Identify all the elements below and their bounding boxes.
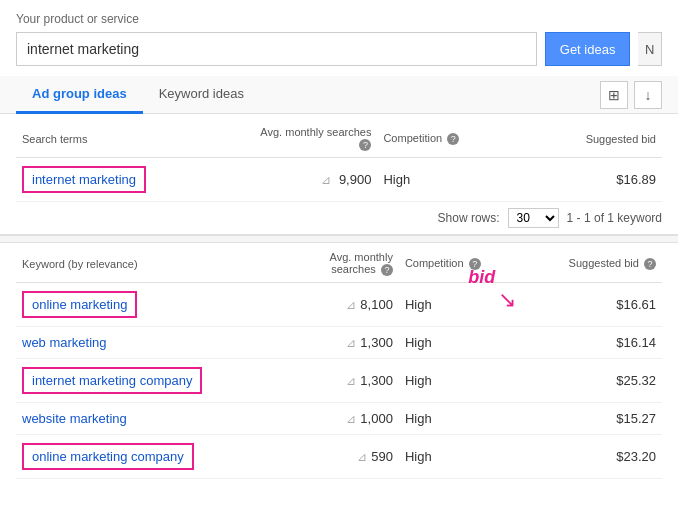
top-section: Your product or service Get ideas N <box>0 0 678 76</box>
showrows-label: Show rows: <box>438 211 500 225</box>
more-button[interactable]: N <box>638 32 662 66</box>
search-term-keyword-cell: internet marketing <box>16 158 244 202</box>
chart-icon-button[interactable]: ⊞ <box>600 81 628 109</box>
tab-ad-group-ideas[interactable]: Ad group ideas <box>16 76 143 114</box>
tabs-left: Ad group ideas Keyword ideas <box>16 76 260 113</box>
search-term-competition: High <box>377 158 524 202</box>
keyword-idea-keyword[interactable]: internet marketing company <box>22 367 202 394</box>
col-keyword-relevance: Keyword (by relevance) <box>16 243 286 283</box>
search-row: Get ideas N <box>16 32 662 66</box>
keyword-idea-cell: website marketing <box>16 403 286 435</box>
keyword-idea-monthly: ⊿1,300 <box>286 327 398 359</box>
col-competition-2: Competition ? <box>399 243 522 283</box>
tab-keyword-ideas[interactable]: Keyword ideas <box>143 76 260 114</box>
keyword-idea-competition: High <box>399 435 522 479</box>
keyword-idea-row: web marketing⊿1,300High$16.14 <box>16 327 662 359</box>
search-term-bid: $16.89 <box>524 158 662 202</box>
col-search-terms: Search terms <box>16 118 244 158</box>
keyword-idea-link[interactable]: web marketing <box>22 335 107 350</box>
keyword-ideas-section: Keyword (by relevance) Avg. monthly sear… <box>0 243 678 479</box>
keyword-idea-link[interactable]: website marketing <box>22 411 127 426</box>
suggested-bid-help-icon[interactable]: ? <box>644 258 656 270</box>
keyword-idea-monthly: ⊿1,000 <box>286 403 398 435</box>
trend-icon: ⊿ <box>346 336 356 350</box>
bid-value: $16.61 <box>616 297 656 312</box>
keyword-idea-keyword[interactable]: online marketing <box>22 291 137 318</box>
keyword-idea-bid: $25.32 <box>522 359 662 403</box>
competition-help-icon-2[interactable]: ? <box>469 258 481 270</box>
keyword-idea-competition: High <box>399 359 522 403</box>
avg-monthly-help-icon[interactable]: ? <box>359 139 371 151</box>
search-terms-table: Search terms Avg. monthly searches ? Com… <box>16 118 662 202</box>
col-suggested-bid-1: Suggested bid <box>524 118 662 158</box>
keyword-idea-cell: web marketing <box>16 327 286 359</box>
col-avg-monthly-2: Avg. monthly searches ? <box>286 243 398 283</box>
keyword-ideas-table: Keyword (by relevance) Avg. monthly sear… <box>16 243 662 479</box>
page-info: 1 - 1 of 1 keyword <box>567 211 662 225</box>
tabs-right: ⊞ ↓ <box>600 81 662 109</box>
keyword-idea-monthly: ⊿590 <box>286 435 398 479</box>
keyword-idea-bid: bid↘$16.61 <box>522 283 662 327</box>
trend-icon: ⊿ <box>346 412 356 426</box>
download-icon-button[interactable]: ↓ <box>634 81 662 109</box>
keyword-idea-bid: $16.14 <box>522 327 662 359</box>
keyword-idea-competition: High <box>399 327 522 359</box>
showrows-bar: Show rows: 30 50 100 1 - 1 of 1 keyword <box>0 202 678 235</box>
keyword-idea-row: online marketing⊿8,100Highbid↘$16.61 <box>16 283 662 327</box>
section-divider <box>0 235 678 243</box>
keyword-idea-cell: internet marketing company <box>16 359 286 403</box>
col-competition-1: Competition ? <box>377 118 524 158</box>
search-terms-section: Search terms Avg. monthly searches ? Com… <box>0 118 678 202</box>
keyword-idea-monthly: ⊿8,100 <box>286 283 398 327</box>
keyword-idea-bid: $15.27 <box>522 403 662 435</box>
keyword-idea-monthly: ⊿1,300 <box>286 359 398 403</box>
trend-icon: ⊿ <box>346 374 356 388</box>
showrows-select[interactable]: 30 50 100 <box>508 208 559 228</box>
competition-help-icon-1[interactable]: ? <box>447 133 459 145</box>
trend-icon: ⊿ <box>357 450 367 464</box>
trend-icon-1: ⊿ <box>321 173 331 187</box>
keyword-idea-competition: High <box>399 403 522 435</box>
get-ideas-button[interactable]: Get ideas <box>545 32 631 66</box>
keyword-idea-competition: High <box>399 283 522 327</box>
search-term-monthly: ⊿ 9,900 <box>244 158 378 202</box>
search-terms-row: internet marketing ⊿ 9,900 High $16.89 <box>16 158 662 202</box>
col-avg-monthly-1: Avg. monthly searches ? <box>244 118 378 158</box>
search-term-keyword[interactable]: internet marketing <box>22 166 146 193</box>
keyword-idea-keyword[interactable]: online marketing company <box>22 443 194 470</box>
keyword-idea-cell: online marketing <box>16 283 286 327</box>
search-input[interactable] <box>16 32 537 66</box>
avg-monthly-help-icon-2[interactable]: ? <box>381 264 393 276</box>
keyword-idea-row: internet marketing company⊿1,300High$25.… <box>16 359 662 403</box>
tabs-bar: Ad group ideas Keyword ideas ⊞ ↓ <box>0 76 678 114</box>
trend-icon: ⊿ <box>346 298 356 312</box>
keyword-idea-row: website marketing⊿1,000High$15.27 <box>16 403 662 435</box>
keyword-idea-row: online marketing company⊿590High$23.20 <box>16 435 662 479</box>
keyword-idea-bid: $23.20 <box>522 435 662 479</box>
col-suggested-bid-2: Suggested bid ? <box>522 243 662 283</box>
bid-annotation-wrapper: bid↘$16.61 <box>528 297 656 312</box>
keyword-idea-cell: online marketing company <box>16 435 286 479</box>
product-label: Your product or service <box>16 12 662 26</box>
